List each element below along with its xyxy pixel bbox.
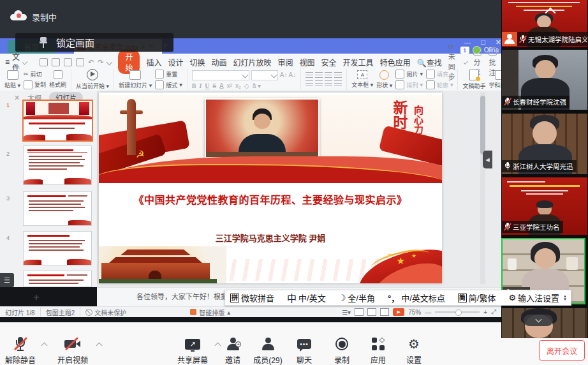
play-from-current-button[interactable]: 从当前开始 ▾ bbox=[76, 69, 109, 90]
zoom-in-button[interactable]: + bbox=[483, 309, 487, 316]
paste-button[interactable]: 粘贴 ▾ bbox=[4, 70, 20, 89]
menu-tab-security[interactable]: 安全 bbox=[321, 57, 337, 68]
unmute-button[interactable]: 解除静音 bbox=[3, 337, 38, 365]
slide-thumbnail-1[interactable] bbox=[22, 100, 93, 142]
layout-button[interactable]: 版式 ▾ bbox=[155, 80, 182, 89]
slide-thumbnail-4[interactable] bbox=[23, 231, 92, 265]
protect-status[interactable]: 文档未保护 bbox=[85, 308, 126, 317]
quick-access-toolbar[interactable]: ↶ ↷ bbox=[40, 58, 112, 66]
fit-window-icon[interactable]: ⤢ bbox=[491, 308, 496, 316]
settings-button[interactable]: ⚙ 设置 bbox=[399, 337, 429, 365]
menu-tab-design[interactable]: 设计 bbox=[168, 57, 184, 68]
banner-vertical-text-2: 向心力 bbox=[413, 105, 423, 134]
shape-icon bbox=[379, 70, 389, 80]
redo-icon[interactable]: ↷ bbox=[98, 58, 103, 66]
invite-button[interactable]: + 邀请 bbox=[218, 337, 247, 365]
reset-button[interactable]: 重置 bbox=[155, 70, 182, 78]
menu-tab-view[interactable]: 视图 bbox=[300, 57, 315, 68]
menu-tab-special-apps[interactable]: 特色应用 bbox=[380, 57, 411, 68]
slide-thumbnail-2[interactable] bbox=[23, 145, 92, 185]
participant-tile-3[interactable]: 浙江树人大学周光迅 bbox=[502, 114, 587, 174]
theme-status[interactable]: 包图主题2 bbox=[46, 308, 75, 317]
zoom-level[interactable]: 75% bbox=[408, 309, 421, 316]
list-buttons[interactable] bbox=[305, 72, 342, 78]
menu-tab-insert[interactable]: 插入 bbox=[146, 57, 161, 68]
participants-sidebar: 无锡太湖学院陆启义 长春财经学院沈强 浙江树人大学周光迅 bbox=[501, 0, 588, 338]
settings-gear-icon: ⚙ bbox=[408, 338, 420, 350]
apps-button[interactable]: 应用 bbox=[364, 337, 393, 365]
normal-view-icon[interactable] bbox=[355, 308, 364, 316]
slide-thumbnail-5[interactable] bbox=[23, 271, 92, 287]
slide-subtitle[interactable]: 三江学院马克思主义学院 尹娟 bbox=[99, 232, 442, 244]
ime-updown-icon[interactable]: ▲▼ bbox=[563, 295, 567, 301]
align-buttons[interactable] bbox=[305, 80, 342, 87]
view-options-icon[interactable]: ☰▾ bbox=[342, 309, 351, 316]
participant-tile-1[interactable]: 无锡太湖学院陆启义 bbox=[502, 0, 587, 47]
share-screen-button[interactable]: ↗ 共享屏幕 bbox=[173, 337, 212, 365]
menu-tab-review[interactable]: 审阅 bbox=[278, 57, 293, 68]
participant-tile-2[interactable]: 长春财经学院沈强 bbox=[502, 50, 587, 110]
members-button[interactable]: 成员(29) bbox=[250, 337, 286, 365]
account-name: Olina bbox=[484, 47, 499, 54]
ime-engine[interactable]: 拼微软拼音 bbox=[230, 292, 274, 304]
panel-close-icon[interactable]: ✕ bbox=[14, 94, 20, 102]
zoom-out-button[interactable]: — bbox=[425, 309, 431, 316]
lock-screen-button[interactable]: 锁定画面 bbox=[15, 33, 173, 52]
ime-punct-toggle[interactable]: °，中/英文标点 bbox=[388, 292, 445, 304]
menu-tab-devtools[interactable]: 开发工具 bbox=[343, 57, 374, 68]
record-button[interactable]: 录制 bbox=[327, 337, 356, 365]
vertical-scrollbar-thumb[interactable] bbox=[480, 96, 485, 154]
play-icon bbox=[87, 69, 98, 80]
invite-person-icon: + bbox=[226, 338, 240, 350]
smart-layout-button[interactable]: 智能排版 ▴ bbox=[190, 308, 230, 317]
chat-icon: ••• bbox=[297, 339, 311, 349]
slide-sorter-icon[interactable] bbox=[367, 308, 376, 316]
ime-charset-toggle[interactable]: 简简/繁体 bbox=[458, 292, 496, 304]
slide-thumbnail-3[interactable] bbox=[23, 191, 92, 226]
start-video-button[interactable]: 开启视频 bbox=[54, 337, 92, 365]
slideshow-play-button[interactable]: ▶ bbox=[393, 308, 404, 316]
active-speaker-indicator bbox=[502, 32, 517, 46]
font-family-select[interactable] bbox=[192, 70, 249, 80]
menu-tab-transition[interactable]: 切换 bbox=[190, 57, 205, 68]
slide-banner-image: ☭ 新时代 向心力 印 bbox=[99, 95, 442, 183]
fill-button[interactable]: 填充 ▾ bbox=[426, 70, 453, 78]
participant-tile-6[interactable] bbox=[502, 308, 587, 338]
arrange-button[interactable]: 排列 ▾ bbox=[395, 80, 423, 89]
outline-button[interactable]: 轮廓 ▾ bbox=[426, 80, 453, 89]
account-area[interactable]: 1 Olina bbox=[460, 46, 499, 54]
new-slide-button[interactable]: 新建幻灯片 ▾ bbox=[119, 70, 152, 89]
leave-meeting-button[interactable]: 离开会议 bbox=[539, 340, 585, 361]
menu-tab-slideshow[interactable]: 幻灯片放映 bbox=[233, 57, 272, 68]
annotation-tool-icon[interactable]: ☰ bbox=[0, 273, 14, 287]
copy-button[interactable]: 复制 bbox=[24, 80, 46, 89]
font-size-select[interactable] bbox=[251, 70, 278, 80]
reading-view-icon[interactable] bbox=[380, 308, 389, 316]
ime-lang-toggle[interactable]: 中中/英文 bbox=[287, 291, 326, 304]
collapse-sidebar-button[interactable] bbox=[524, 315, 553, 326]
collapse-pane-handle[interactable]: ◀ bbox=[483, 151, 492, 168]
zoom-slider[interactable] bbox=[435, 311, 480, 313]
font-style-buttons[interactable]: BIUS A̲x²x₂◇ā ▾ bbox=[192, 82, 297, 89]
slide-canvas[interactable]: ☭ 新时代 向心力 印 《中国共产党党性教育的百年历程、主要经验与现实启示》 三… bbox=[99, 93, 442, 283]
chat-button[interactable]: ••• 聊天 bbox=[290, 337, 319, 365]
menu-tab-animation[interactable]: 动画 bbox=[212, 57, 227, 68]
textbox-button[interactable]: A 文本框 ▾ bbox=[351, 70, 373, 89]
add-slide-button[interactable]: + bbox=[33, 291, 40, 304]
ime-width-toggle[interactable]: ☽全/半角 bbox=[339, 292, 375, 304]
undo-icon[interactable]: ↶ bbox=[88, 58, 94, 66]
leader-photo bbox=[205, 98, 320, 158]
cut-button[interactable]: ✂ 剪切 bbox=[24, 70, 46, 78]
ime-settings[interactable]: ⚙输入法设置 bbox=[508, 292, 559, 304]
cloud-recording-icon bbox=[10, 10, 27, 20]
shape-button[interactable]: 形状 ▾ bbox=[376, 70, 392, 89]
slide-title[interactable]: 《中国共产党党性教育的百年历程、主要经验与现实启示》 bbox=[99, 191, 442, 207]
format-painter-button[interactable]: 格式刷 bbox=[49, 70, 66, 89]
notification-badge[interactable]: 1 bbox=[460, 47, 469, 54]
find-menu[interactable]: 🔍查找 bbox=[417, 57, 442, 68]
participant-tile-4[interactable]: 三亚学院王功名 bbox=[502, 177, 587, 235]
wps-status-bar: 幻灯片 1/8 包图主题2 文档未保护 智能排版 ▴ ☰▾ ▶ 75% — + … bbox=[0, 306, 501, 317]
font-grow-shrink[interactable]: A↑ A↓ bbox=[280, 71, 297, 78]
doc-assistant-button[interactable]: 文稿助手 bbox=[462, 70, 485, 90]
picture-button[interactable]: 图片 ▾ bbox=[395, 70, 423, 78]
